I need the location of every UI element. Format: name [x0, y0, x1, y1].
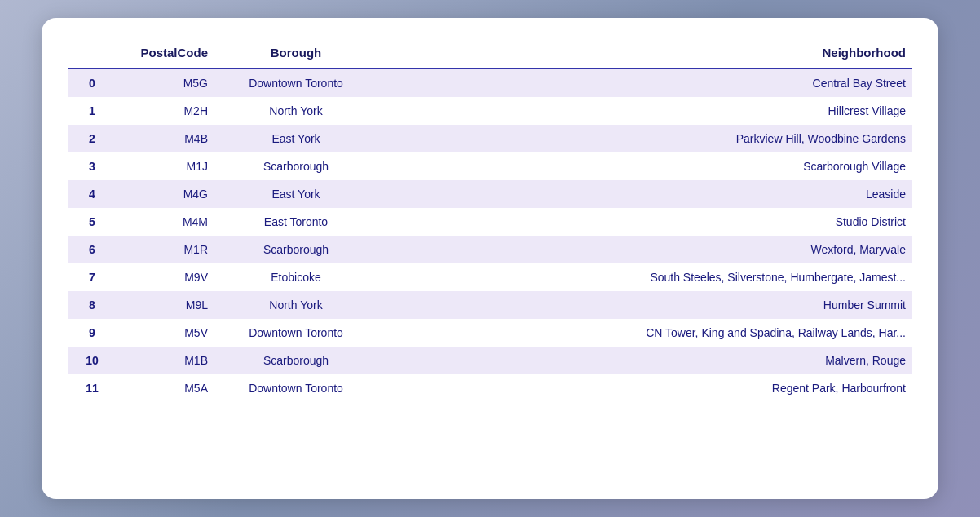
header-index	[68, 38, 117, 68]
cell-borough: Scarborough	[214, 347, 377, 374]
cell-borough: North York	[214, 97, 377, 125]
cell-index: 1	[68, 97, 117, 125]
cell-index: 11	[68, 374, 117, 402]
cell-borough: North York	[214, 291, 377, 319]
table-header-row: PostalCode Borough Neighborhood	[68, 38, 912, 68]
cell-borough: Etobicoke	[214, 263, 377, 291]
main-card: PostalCode Borough Neighborhood 0M5GDown…	[42, 18, 938, 499]
cell-neighborhood: Wexford, Maryvale	[377, 236, 912, 263]
cell-postalcode: M9V	[117, 263, 214, 291]
cell-neighborhood: South Steeles, Silverstone, Humbergate, …	[377, 263, 912, 291]
cell-borough: Downtown Toronto	[214, 319, 377, 347]
cell-borough: Downtown Toronto	[214, 374, 377, 402]
cell-postalcode: M4B	[117, 125, 214, 152]
table-row: 3M1JScarboroughScarborough Village	[68, 152, 912, 180]
cell-borough: East Toronto	[214, 208, 377, 236]
table-row: 2M4BEast YorkParkview Hill, Woodbine Gar…	[68, 125, 912, 152]
cell-neighborhood: Humber Summit	[377, 291, 912, 319]
cell-index: 5	[68, 208, 117, 236]
cell-index: 0	[68, 68, 117, 97]
cell-borough: Scarborough	[214, 236, 377, 263]
cell-postalcode: M5V	[117, 319, 214, 347]
header-borough: Borough	[214, 38, 377, 68]
cell-postalcode: M1J	[117, 152, 214, 180]
cell-index: 8	[68, 291, 117, 319]
table-row: 10M1BScarboroughMalvern, Rouge	[68, 347, 912, 374]
table-row: 5M4MEast TorontoStudio District	[68, 208, 912, 236]
cell-borough: Scarborough	[214, 152, 377, 180]
cell-index: 9	[68, 319, 117, 347]
cell-neighborhood: Hillcrest Village	[377, 97, 912, 125]
cell-postalcode: M9L	[117, 291, 214, 319]
header-neighborhood: Neighborhood	[377, 38, 912, 68]
cell-index: 10	[68, 347, 117, 374]
table-row: 6M1RScarboroughWexford, Maryvale	[68, 236, 912, 263]
cell-index: 6	[68, 236, 117, 263]
table-row: 11M5ADowntown TorontoRegent Park, Harbou…	[68, 374, 912, 402]
cell-neighborhood: Central Bay Street	[377, 68, 912, 97]
cell-neighborhood: Scarborough Village	[377, 152, 912, 180]
cell-neighborhood: Parkview Hill, Woodbine Gardens	[377, 125, 912, 152]
cell-postalcode: M4M	[117, 208, 214, 236]
cell-borough: East York	[214, 180, 377, 208]
cell-neighborhood: Leaside	[377, 180, 912, 208]
cell-postalcode: M1B	[117, 347, 214, 374]
cell-postalcode: M5G	[117, 68, 214, 97]
table-row: 0M5GDowntown TorontoCentral Bay Street	[68, 68, 912, 97]
cell-postalcode: M1R	[117, 236, 214, 263]
table-row: 4M4GEast YorkLeaside	[68, 180, 912, 208]
cell-neighborhood: Regent Park, Harbourfront	[377, 374, 912, 402]
cell-postalcode: M4G	[117, 180, 214, 208]
cell-index: 3	[68, 152, 117, 180]
cell-neighborhood: Studio District	[377, 208, 912, 236]
data-table: PostalCode Borough Neighborhood 0M5GDown…	[68, 38, 912, 402]
cell-postalcode: M5A	[117, 374, 214, 402]
cell-neighborhood: CN Tower, King and Spadina, Railway Land…	[377, 319, 912, 347]
cell-index: 4	[68, 180, 117, 208]
table-row: 7M9VEtobicokeSouth Steeles, Silverstone,…	[68, 263, 912, 291]
cell-index: 7	[68, 263, 117, 291]
cell-borough: Downtown Toronto	[214, 68, 377, 97]
table-row: 1M2HNorth YorkHillcrest Village	[68, 97, 912, 125]
cell-postalcode: M2H	[117, 97, 214, 125]
table-row: 8M9LNorth YorkHumber Summit	[68, 291, 912, 319]
cell-neighborhood: Malvern, Rouge	[377, 347, 912, 374]
header-postalcode: PostalCode	[117, 38, 214, 68]
table-row: 9M5VDowntown TorontoCN Tower, King and S…	[68, 319, 912, 347]
cell-index: 2	[68, 125, 117, 152]
cell-borough: East York	[214, 125, 377, 152]
